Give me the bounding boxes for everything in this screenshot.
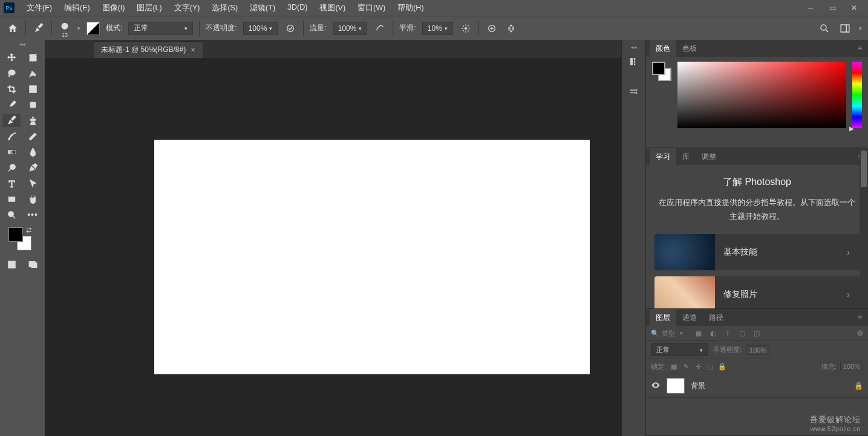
menu-help[interactable]: 帮助(H) (391, 3, 429, 13)
filter-adjustment-icon[interactable]: ◐ (708, 328, 718, 338)
pressure-size-icon[interactable] (485, 22, 498, 35)
smoothing-options-icon[interactable] (459, 22, 472, 35)
brush-preset-picker[interactable]: 13 (58, 21, 71, 36)
close-tab-icon[interactable]: ✕ (191, 47, 195, 53)
hand-tool[interactable] (24, 192, 42, 206)
layer-visibility-icon[interactable] (651, 380, 661, 392)
maximize-button[interactable]: ▭ (826, 2, 839, 13)
color-panel-swatch[interactable] (652, 62, 671, 81)
panel-menu-icon[interactable]: ≡ (855, 44, 864, 53)
lock-position-icon[interactable]: ✛ (694, 362, 702, 371)
symmetry-icon[interactable] (504, 22, 518, 35)
marquee-tool[interactable] (24, 51, 42, 64)
canvas-viewport[interactable] (45, 58, 621, 436)
chevron-down-icon[interactable]: ▾ (859, 25, 862, 31)
clone-stamp-tool[interactable] (24, 114, 42, 127)
eraser-tool[interactable] (24, 129, 42, 143)
layer-opacity-value[interactable]: 100% (746, 345, 769, 355)
brush-tool[interactable] (2, 114, 21, 127)
type-tool[interactable] (2, 177, 21, 190)
layer-filter-type[interactable]: 🔍 类型 ▾ (651, 329, 683, 338)
frame-tool[interactable] (24, 82, 42, 96)
paths-tab[interactable]: 路径 (703, 309, 729, 327)
healing-brush-tool[interactable] (24, 98, 42, 111)
lock-transparent-icon[interactable]: ▦ (670, 362, 678, 371)
move-tool[interactable] (2, 51, 21, 64)
layer-name[interactable]: 背景 (691, 381, 848, 391)
pen-tool[interactable] (24, 161, 42, 174)
menu-type[interactable]: 文字(Y) (168, 3, 206, 13)
pressure-opacity-icon[interactable] (284, 22, 297, 35)
scrollbar[interactable] (860, 148, 868, 308)
history-panel-icon[interactable] (625, 53, 642, 70)
gradient-tool[interactable] (2, 145, 21, 158)
minimize-button[interactable]: ─ (804, 2, 817, 13)
menu-select[interactable]: 选择(S) (206, 3, 244, 13)
menu-image[interactable]: 图像(I) (96, 3, 131, 13)
hue-slider[interactable]: ▶ (852, 62, 862, 128)
menu-file[interactable]: 文件(F) (21, 3, 58, 13)
menu-window[interactable]: 窗口(W) (351, 3, 391, 13)
document-tab[interactable]: 未标题-1 @ 50%(RGB/8#) ✕ (94, 41, 203, 58)
filter-pixel-icon[interactable]: ▦ (694, 328, 703, 338)
foreground-color[interactable] (8, 227, 23, 242)
learn-tab[interactable]: 学习 (650, 148, 676, 166)
edit-toolbar-button[interactable]: ••• (24, 208, 42, 221)
filter-smartobject-icon[interactable]: ◫ (752, 328, 762, 338)
zoom-tool[interactable] (2, 208, 21, 221)
learn-card-retouch[interactable]: 修复照片 › (654, 276, 860, 309)
panel-menu-icon[interactable]: ≡ (855, 313, 864, 322)
history-brush-tool[interactable] (2, 129, 21, 143)
eyedropper-tool[interactable] (2, 98, 21, 111)
opacity-input[interactable]: 100%▾ (243, 22, 278, 35)
rectangle-tool[interactable] (2, 192, 21, 206)
brush-panel-toggle-icon[interactable] (86, 22, 100, 35)
airbrush-icon[interactable] (373, 22, 387, 35)
screen-mode-tool[interactable] (24, 258, 42, 271)
blur-tool[interactable] (24, 145, 42, 158)
menu-3d[interactable]: 3D(D) (281, 3, 313, 13)
crop-tool[interactable] (2, 82, 21, 96)
menu-edit[interactable]: 编辑(E) (58, 3, 96, 13)
close-button[interactable]: ✕ (847, 2, 861, 13)
chevron-down-icon[interactable]: ▾ (77, 25, 80, 31)
expand-dock-button[interactable]: ◂◂ (622, 44, 645, 51)
lock-all-icon[interactable]: 🔒 (718, 362, 726, 371)
dodge-tool[interactable] (2, 161, 21, 174)
path-selection-tool[interactable] (24, 177, 42, 190)
search-icon[interactable] (818, 22, 831, 35)
swap-colors-icon[interactable]: ⇄ (26, 226, 31, 234)
color-field[interactable] (677, 62, 846, 128)
menu-layer[interactable]: 图层(L) (131, 3, 168, 13)
blend-mode-select[interactable]: 正常▾ (128, 22, 193, 35)
filter-type-icon[interactable]: T (723, 328, 733, 338)
properties-panel-icon[interactable] (625, 83, 642, 100)
quick-selection-tool[interactable] (24, 67, 42, 80)
smoothing-input[interactable]: 10%▾ (422, 22, 453, 35)
lasso-tool[interactable] (2, 67, 21, 80)
lock-image-icon[interactable]: ✎ (682, 362, 690, 371)
menu-view[interactable]: 视图(V) (313, 3, 351, 13)
menu-filter[interactable]: 滤镜(T) (244, 3, 281, 13)
filter-shape-icon[interactable]: ▢ (737, 328, 747, 338)
filter-toggle[interactable] (857, 330, 863, 336)
foreground-swatch[interactable] (652, 62, 665, 75)
color-swatch[interactable]: ⇄ (5, 226, 40, 253)
quick-mask-tool[interactable] (2, 258, 21, 271)
home-button[interactable] (6, 22, 19, 35)
fill-value[interactable]: 100% (840, 362, 863, 371)
adjustments-tab[interactable]: 调整 (696, 148, 722, 166)
workspace-switcher-icon[interactable] (838, 22, 852, 35)
lock-artboard-icon[interactable]: ▢ (706, 362, 714, 371)
toolbar-collapse-button[interactable]: ◂◂ (0, 40, 45, 48)
layer-thumbnail[interactable] (667, 378, 685, 394)
scrollbar-thumb[interactable] (861, 151, 867, 187)
color-tab[interactable]: 颜色 (650, 40, 676, 57)
libraries-tab[interactable]: 库 (676, 148, 696, 166)
layer-blend-mode-select[interactable]: 正常▾ (651, 343, 708, 356)
swatches-tab[interactable]: 色板 (676, 40, 703, 57)
channels-tab[interactable]: 通道 (676, 309, 703, 327)
canvas[interactable] (154, 140, 590, 374)
learn-card-basics[interactable]: 基本技能 › (654, 234, 860, 270)
tool-preset-icon[interactable] (32, 22, 45, 35)
